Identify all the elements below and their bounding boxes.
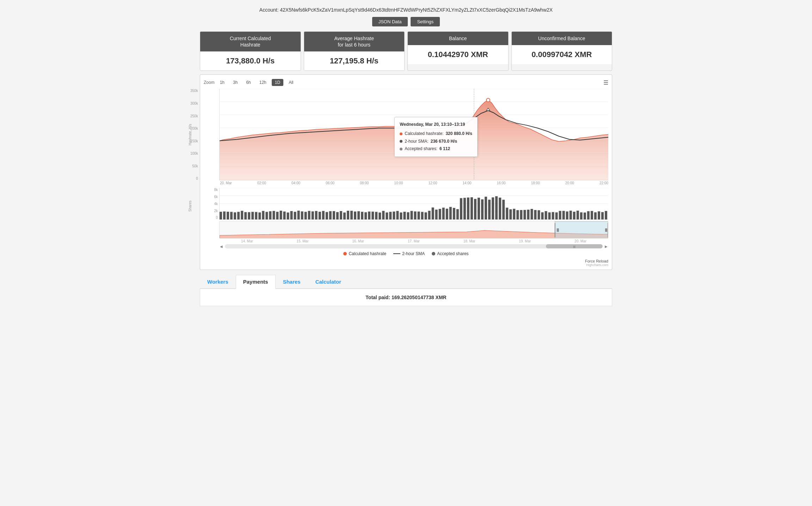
svg-rect-48 <box>336 212 339 220</box>
svg-rect-35 <box>290 211 293 220</box>
legend-sma-label: 2-hour SMA <box>402 251 425 256</box>
svg-rect-103 <box>530 209 533 220</box>
svg-rect-101 <box>523 210 526 220</box>
stat-card-balance: Balance 0.10442970 XMR <box>407 31 509 71</box>
svg-rect-47 <box>333 211 335 220</box>
tab-content-payments: Total paid: 169.262050147738 XMR <box>200 289 612 306</box>
shares-y-title: Shares <box>188 200 192 212</box>
svg-rect-78 <box>442 208 445 220</box>
svg-rect-60 <box>379 213 381 220</box>
zoom-12h[interactable]: 12h <box>256 79 270 86</box>
svg-rect-122 <box>598 211 600 220</box>
svg-rect-83 <box>460 198 462 220</box>
highcharts-credit: Highcharts.com <box>204 263 608 267</box>
json-data-button[interactable]: JSON Data <box>372 17 408 26</box>
svg-rect-112 <box>562 211 565 220</box>
stat-card-current-hashrate: Current CalculatedHashrate 173,880.0 H/s <box>200 31 301 71</box>
svg-rect-28 <box>265 212 268 220</box>
zoom-1d[interactable]: 1D <box>272 79 283 86</box>
tab-shares[interactable]: Shares <box>276 275 308 288</box>
svg-rect-49 <box>340 211 342 220</box>
svg-rect-123 <box>601 212 604 220</box>
zoom-bar: Zoom 1h 3h 6h 12h 1D All ☰ <box>204 79 608 86</box>
svg-rect-16 <box>223 212 226 220</box>
tab-workers[interactable]: Workers <box>200 275 236 288</box>
svg-rect-104 <box>534 210 536 220</box>
stat-card-avg-hashrate: Average Hashratefor last 6 hours 127,195… <box>304 31 405 71</box>
svg-rect-120 <box>591 211 593 220</box>
svg-rect-34 <box>287 212 289 220</box>
svg-rect-84 <box>463 198 466 220</box>
svg-rect-82 <box>456 209 459 220</box>
svg-rect-66 <box>400 212 402 220</box>
scrollbar-track[interactable]: ||| <box>225 244 603 248</box>
stat-value-current-hashrate: 173,880.0 H/s <box>200 51 301 70</box>
tabs-row: Workers Payments Shares Calculator <box>200 275 612 289</box>
svg-rect-97 <box>509 209 512 220</box>
svg-rect-15 <box>220 212 222 220</box>
svg-rect-132 <box>606 228 607 232</box>
legend-hashrate: Calculated hashrate <box>343 251 386 256</box>
svg-rect-115 <box>573 212 576 220</box>
svg-rect-33 <box>283 212 285 220</box>
svg-rect-24 <box>251 212 254 220</box>
svg-rect-40 <box>308 211 310 220</box>
legend-shares-label: Accepted shares <box>437 251 468 256</box>
legend-shares: Accepted shares <box>432 251 468 256</box>
stat-header-avg-hashrate: Average Hashratefor last 6 hours <box>304 32 405 51</box>
scrollbar-thumb[interactable]: ||| <box>546 244 603 248</box>
svg-rect-72 <box>421 212 424 220</box>
svg-rect-37 <box>297 211 300 220</box>
svg-rect-41 <box>312 211 314 220</box>
scroll-left-arrow[interactable]: ◀ <box>219 245 223 248</box>
svg-rect-58 <box>371 212 374 220</box>
svg-rect-46 <box>329 211 332 220</box>
svg-rect-44 <box>322 211 325 220</box>
svg-rect-105 <box>537 210 540 220</box>
settings-button[interactable]: Settings <box>411 17 440 26</box>
navigator <box>219 221 608 239</box>
svg-rect-26 <box>258 212 261 220</box>
zoom-6h[interactable]: 6h <box>243 79 254 86</box>
svg-rect-95 <box>502 200 505 220</box>
legend-shares-dot <box>432 252 435 255</box>
zoom-3h[interactable]: 3h <box>230 79 241 86</box>
shares-y-labels: 8k 6k 4k 2k 0 <box>204 188 218 220</box>
svg-rect-110 <box>555 212 558 220</box>
stat-card-unconfirmed-balance: Unconfirmed Balance 0.00997042 XMR <box>511 31 613 71</box>
svg-rect-76 <box>435 210 438 220</box>
svg-rect-30 <box>272 211 275 220</box>
svg-rect-20 <box>237 212 240 220</box>
svg-rect-32 <box>279 211 282 220</box>
stat-header-balance: Balance <box>408 32 508 45</box>
navigator-x-labels: 14. Mar 15. Mar 16. Mar 17. Mar 18. Mar … <box>219 239 608 243</box>
zoom-all[interactable]: All <box>285 79 296 86</box>
svg-rect-88 <box>478 198 480 220</box>
scroll-right-arrow[interactable]: ▶ <box>604 245 608 248</box>
force-reload-button[interactable]: Force Reload <box>585 259 608 263</box>
account-label: Account: <box>259 7 278 13</box>
svg-rect-22 <box>244 212 247 220</box>
svg-point-8 <box>486 98 490 102</box>
svg-rect-99 <box>516 210 519 220</box>
svg-rect-36 <box>294 212 296 220</box>
svg-rect-98 <box>513 209 515 220</box>
svg-rect-39 <box>304 212 307 220</box>
legend-sma-line <box>393 253 400 254</box>
svg-rect-23 <box>248 212 250 220</box>
svg-rect-59 <box>375 212 377 220</box>
svg-rect-70 <box>414 211 417 220</box>
svg-rect-27 <box>262 211 264 220</box>
svg-rect-107 <box>545 211 547 220</box>
chart-menu-icon[interactable]: ☰ <box>603 79 608 86</box>
svg-rect-108 <box>548 212 551 220</box>
svg-rect-57 <box>368 212 370 220</box>
tab-payments[interactable]: Payments <box>236 275 276 289</box>
zoom-1h[interactable]: 1h <box>217 79 228 86</box>
account-line: Account: 42X5Nwfs6kPcK5xZaV1mxnLpSqYst9d… <box>200 7 612 13</box>
y-axis-title: Hashrate, H/s <box>188 124 192 146</box>
svg-rect-56 <box>364 212 367 220</box>
scrollbar-row: ◀ ||| ▶ <box>219 244 608 248</box>
shares-chart <box>219 188 608 220</box>
tab-calculator[interactable]: Calculator <box>308 275 349 288</box>
